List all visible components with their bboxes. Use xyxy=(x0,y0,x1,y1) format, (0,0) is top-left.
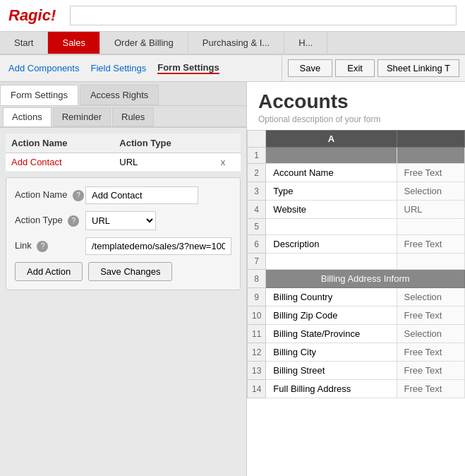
sheet-cell-9-type: Selection xyxy=(397,288,464,307)
sheet-table: A 1 2 Account Name Free Text 3 Type xyxy=(247,130,465,398)
nav-tab-order[interactable]: Order & Billing xyxy=(100,32,188,54)
action-type-cell: URL xyxy=(114,153,215,172)
row-num-11: 11 xyxy=(248,325,266,343)
right-panel: Accounts Optional description of your fo… xyxy=(247,82,465,476)
nav-tab-purchasing[interactable]: Purchasing & I... xyxy=(188,32,284,54)
action-delete-button[interactable]: x xyxy=(215,153,241,172)
row-num-14: 14 xyxy=(248,380,266,398)
sheet-row-13: 13 Billing Street Free Text xyxy=(248,362,465,380)
row-num-8: 8 xyxy=(248,270,266,288)
actions-table: Action Name Action Type Add Contact URL … xyxy=(6,133,241,172)
sheet-row-10: 10 Billing Zip Code Free Text xyxy=(248,307,465,325)
toolbar-link-form-settings[interactable]: Form Settings xyxy=(157,62,219,74)
toolbar-buttons: Save Exit Sheet Linking T xyxy=(282,55,465,81)
sheet-cell-10-field[interactable]: Billing Zip Code xyxy=(266,307,397,325)
link-input[interactable] xyxy=(85,237,231,255)
form-row-action-type: Action Type ? URL Email Script xyxy=(15,211,231,230)
save-button[interactable]: Save xyxy=(288,59,333,77)
sheet-cell-11-field[interactable]: Billing State/Province xyxy=(266,325,397,343)
sheet-row-7: 7 xyxy=(248,254,465,270)
sheet-cell-5-field[interactable] xyxy=(266,219,397,235)
exit-button[interactable]: Exit xyxy=(335,59,375,77)
sheet-cell-13-field[interactable]: Billing Street xyxy=(266,362,397,380)
row-num-1: 1 xyxy=(248,148,266,164)
sheet-row-12: 12 Billing City Free Text xyxy=(248,343,465,362)
toolbar-link-add-components[interactable]: Add Components xyxy=(8,63,79,73)
sheet-cell-13-type: Free Text xyxy=(397,362,464,380)
form-row-link: Link ? xyxy=(15,237,231,255)
sheet-cell-2-field[interactable]: Account Name xyxy=(266,164,397,182)
sheet-cell-12-field[interactable]: Billing City xyxy=(266,343,397,362)
sheet-cell-3-field[interactable]: Type xyxy=(266,182,397,201)
sheet-row-2: 2 Account Name Free Text xyxy=(248,164,465,182)
section-header-billing: Billing Address Inform xyxy=(266,270,465,288)
col-header-type xyxy=(397,131,464,148)
action-name-cell[interactable]: Add Contact xyxy=(6,153,114,172)
col-header-delete xyxy=(215,133,241,153)
sheet-row-1: 1 xyxy=(248,148,465,164)
sheet-cell-6-type: Free Text xyxy=(397,235,464,254)
action-type-help[interactable]: ? xyxy=(68,215,79,227)
row-num-10: 10 xyxy=(248,307,266,325)
nav-tabs: Start Sales Order & Billing Purchasing &… xyxy=(0,32,465,55)
row-num-2: 2 xyxy=(248,164,266,182)
sub-tab-form-settings[interactable]: Form Settings xyxy=(0,85,78,105)
sheet-title: Accounts xyxy=(247,82,465,114)
sheet-cell-2-type: Free Text xyxy=(397,164,464,182)
sheet-linking-button[interactable]: Sheet Linking T xyxy=(378,59,459,77)
col-header-action-type: Action Type xyxy=(114,133,215,153)
row-num-4: 4 xyxy=(248,201,266,219)
sheet-cell-12-type: Free Text xyxy=(397,343,464,362)
sheet-cell-14-type: Free Text xyxy=(397,380,464,398)
form-row-action-name: Action Name ? xyxy=(15,186,231,204)
row-num-3: 3 xyxy=(248,182,266,201)
save-changes-button[interactable]: Save Changes xyxy=(88,262,172,281)
left-panel: Form Settings Access Rights Actions Remi… xyxy=(0,82,247,476)
action-type-select[interactable]: URL Email Script xyxy=(85,211,156,230)
toolbar: Add Components Field Settings Form Setti… xyxy=(0,55,465,82)
sheet-row-3: 3 Type Selection xyxy=(248,182,465,201)
sub-tab-actions[interactable]: Actions xyxy=(3,107,52,126)
sheet-cell-4-field[interactable]: Website xyxy=(266,201,397,219)
sheet-cell-4-type: URL xyxy=(397,201,464,219)
action-type-label: Action Type ? xyxy=(15,215,85,227)
sheet-row-4: 4 Website URL xyxy=(248,201,465,219)
row-num-12: 12 xyxy=(248,343,266,362)
sheet-cell-1-type xyxy=(397,148,464,164)
col-header-action-name: Action Name xyxy=(6,133,114,153)
sheet-row-11: 11 Billing State/Province Selection xyxy=(248,325,465,343)
toolbar-link-field-settings[interactable]: Field Settings xyxy=(90,63,146,73)
sheet-cell-6-field[interactable]: Description xyxy=(266,235,397,254)
sheet-row-6: 6 Description Free Text xyxy=(248,235,465,254)
sheet-row-9: 9 Billing Country Selection xyxy=(248,288,465,307)
sub-tab-rules[interactable]: Rules xyxy=(112,107,154,126)
action-name-help[interactable]: ? xyxy=(73,190,84,201)
sheet-cell-1-field[interactable] xyxy=(266,148,397,164)
row-num-6: 6 xyxy=(248,235,266,254)
sheet-cell-14-field[interactable]: Full Billing Address xyxy=(266,380,397,398)
action-form: Action Name ? Action Type ? URL Email Sc… xyxy=(6,177,241,290)
add-action-button[interactable]: Add Action xyxy=(15,262,83,281)
action-name-input[interactable] xyxy=(85,186,198,204)
sub-tab-access-rights[interactable]: Access Rights xyxy=(80,85,159,105)
sheet-row-8: 8 Billing Address Inform xyxy=(248,270,465,288)
link-help[interactable]: ? xyxy=(37,241,48,252)
row-num-5: 5 xyxy=(248,219,266,235)
sheet-cell-11-type: Selection xyxy=(397,325,464,343)
row-num-9: 9 xyxy=(248,288,266,307)
header-search-input[interactable] xyxy=(70,6,457,25)
sheet-cell-7-type xyxy=(397,254,464,270)
sheet-cell-9-field[interactable]: Billing Country xyxy=(266,288,397,307)
row-num-13: 13 xyxy=(248,362,266,380)
row-num-7: 7 xyxy=(248,254,266,270)
sheet-cell-5-type xyxy=(397,219,464,235)
toolbar-links: Add Components Field Settings Form Setti… xyxy=(0,55,282,81)
sheet-cell-7-field[interactable] xyxy=(266,254,397,270)
col-header-a: A xyxy=(266,131,397,148)
nav-tab-h[interactable]: H... xyxy=(284,32,327,54)
sub-tab-reminder[interactable]: Reminder xyxy=(53,107,111,126)
link-label: Link ? xyxy=(15,240,85,252)
nav-tab-start[interactable]: Start xyxy=(0,32,48,54)
nav-tab-sales[interactable]: Sales xyxy=(48,32,100,54)
header: Ragic! xyxy=(0,0,465,32)
